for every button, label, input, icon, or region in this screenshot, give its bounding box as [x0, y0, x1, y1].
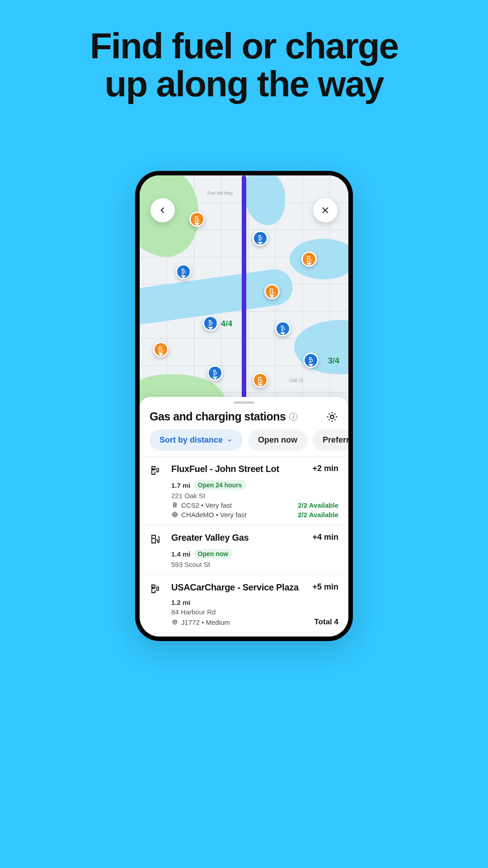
sort-chip-label: Sort by distance	[160, 435, 223, 445]
charger-icon	[279, 325, 286, 332]
station-list[interactable]: FluxFuel - John Street Lot +2 min 1.7 mi…	[140, 456, 348, 637]
ev-charger-icon	[150, 464, 169, 477]
promo-headline: Find fuel or charge up along the way	[90, 27, 398, 103]
preferred-brands-chip[interactable]: Preferred brands	[313, 429, 348, 451]
svg-point-0	[330, 415, 333, 418]
charger-icon	[211, 369, 219, 377]
charger-icon	[180, 268, 187, 275]
back-button[interactable]	[150, 198, 175, 222]
ev-charger-icon	[150, 582, 169, 596]
street-label: Fort Hill Hwy	[207, 191, 233, 196]
chip-label: Preferred brands	[323, 435, 348, 444]
address: 593 Scout St	[171, 561, 310, 568]
info-icon[interactable]: i	[289, 413, 297, 421]
pin-availability: 3/4	[328, 356, 339, 366]
chip-label: Open now	[258, 435, 297, 444]
filter-chips: Sort by distance Open now Preferred bran…	[140, 429, 348, 456]
availability: 2/2 Available	[298, 511, 338, 519]
sheet-grabber[interactable]	[234, 401, 254, 404]
svg-point-13	[174, 623, 175, 623]
svg-point-9	[174, 515, 175, 516]
connector-label: CHAdeMO • Very fast	[181, 511, 246, 519]
device-frame: Fort Hill Hwy Oak St 4/4 3/4	[135, 171, 353, 641]
ccs-icon	[171, 501, 178, 509]
open-hours-badge: Open 24 hours	[194, 480, 246, 490]
results-sheet[interactable]: Gas and charging stations i Sort by dist…	[140, 397, 348, 637]
chevron-left-icon	[158, 206, 167, 215]
address: 221 Oak St	[171, 492, 310, 500]
svg-point-8	[174, 513, 175, 514]
distance: 1.2 mi	[171, 599, 191, 606]
map-pin-gas[interactable]	[153, 342, 169, 357]
charger-icon	[257, 235, 264, 242]
distance: 1.4 mi	[171, 550, 191, 558]
close-button[interactable]	[313, 198, 338, 222]
close-icon	[321, 206, 330, 215]
connector-row: J1772 • Medium Total 4	[171, 618, 338, 627]
app-screen: Fort Hill Hwy Oak St 4/4 3/4	[140, 175, 348, 637]
route-line	[242, 175, 246, 420]
detour-time: +5 min	[312, 582, 338, 596]
connector-row: CCS2 • Very fast 2/2 Available	[171, 501, 338, 509]
svg-point-12	[175, 621, 176, 622]
map-pin-ev[interactable]	[203, 316, 218, 331]
gear-icon	[326, 410, 338, 423]
map-pin-gas[interactable]	[253, 373, 268, 388]
station-name: Greater Valley Gas	[171, 533, 310, 543]
svg-point-6	[173, 514, 174, 515]
open-hours-badge: Open now	[194, 549, 232, 559]
charger-icon	[207, 320, 214, 327]
sort-chip[interactable]: Sort by distance	[150, 429, 243, 451]
map-pin-gas[interactable]	[264, 284, 280, 299]
j1772-icon	[171, 618, 178, 626]
promo-line-2: up along the way	[105, 64, 384, 104]
svg-point-11	[174, 621, 174, 622]
total-connectors: Total 4	[314, 618, 338, 627]
map-water	[290, 239, 348, 279]
map-water	[294, 320, 348, 374]
map-pin-ev[interactable]	[303, 353, 319, 368]
chevron-down-icon	[226, 437, 233, 443]
street-label: Oak St	[289, 378, 303, 383]
detour-time: +2 min	[312, 464, 338, 477]
sheet-header: Gas and charging stations i	[140, 407, 348, 429]
station-item[interactable]: USACarCharge - Service Plaza +5 min 1.2 …	[140, 575, 348, 633]
fuel-icon	[157, 346, 164, 353]
station-name: USACarCharge - Service Plaza	[171, 582, 310, 593]
open-now-chip[interactable]: Open now	[248, 429, 307, 451]
pin-availability: 4/4	[221, 319, 232, 329]
sheet-title: Gas and charging stations	[150, 410, 286, 423]
charger-icon	[307, 357, 314, 364]
map-pin-gas[interactable]	[301, 251, 317, 267]
map-pin-ev[interactable]	[207, 365, 223, 381]
svg-point-3	[175, 504, 176, 504]
map-pin-ev[interactable]	[253, 231, 268, 246]
fuel-icon	[268, 288, 276, 295]
station-name: FluxFuel - John Street Lot	[171, 464, 310, 474]
fuel-icon	[257, 377, 264, 384]
connector-row: CHAdeMO • Very fast 2/2 Available	[171, 511, 338, 519]
map-water	[244, 175, 285, 225]
station-item[interactable]: FluxFuel - John Street Lot +2 min 1.7 mi…	[140, 457, 348, 525]
distance: 1.7 mi	[171, 481, 191, 489]
map-pin-ev[interactable]	[275, 321, 291, 336]
chademo-icon	[171, 511, 178, 518]
fuel-icon	[193, 216, 201, 223]
settings-button[interactable]	[326, 410, 338, 423]
map-pin-ev[interactable]	[176, 264, 191, 279]
detour-time: +4 min	[312, 533, 338, 546]
availability: 2/2 Available	[298, 501, 338, 509]
svg-point-7	[176, 514, 177, 515]
map-pin-gas[interactable]	[189, 212, 205, 227]
connector-label: J1772 • Medium	[181, 618, 230, 626]
address: 84 Harbour Rd	[171, 608, 310, 616]
fuel-icon	[305, 255, 313, 263]
station-item[interactable]: Greater Valley Gas +4 min 1.4 mi Open no…	[140, 525, 348, 575]
connector-label: CCS2 • Very fast	[181, 501, 232, 509]
svg-point-2	[174, 504, 174, 504]
promo-line-1: Find fuel or charge	[90, 26, 398, 66]
svg-rect-4	[174, 506, 177, 507]
gas-pump-icon	[150, 533, 169, 546]
